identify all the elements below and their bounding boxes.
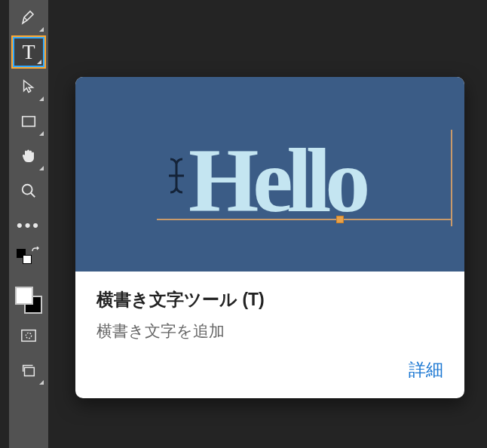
screenmode-tool[interactable] (12, 354, 45, 386)
default-swatches-button[interactable] (12, 246, 45, 279)
hand-tool[interactable] (12, 140, 45, 172)
flyout-indicator (39, 27, 44, 32)
foreground-color-swatch (15, 287, 33, 305)
zoom-tool[interactable] (12, 175, 45, 207)
ellipsis-icon: ••• (17, 216, 41, 235)
tooltip-preview: Hello (75, 77, 464, 272)
svg-line-2 (31, 193, 35, 198)
quickmask-tool[interactable] (12, 320, 45, 351)
screenmode-icon (20, 362, 37, 379)
foreground-background-colors[interactable] (12, 284, 45, 317)
vertical-toolbar: T ••• (9, 0, 48, 448)
type-caret-line (451, 130, 452, 226)
tooltip-link-row: 詳細 (75, 358, 464, 398)
quickmask-icon (20, 327, 37, 344)
type-center-handle (336, 216, 344, 223)
flyout-indicator (39, 97, 44, 101)
path-selection-tool[interactable] (12, 71, 45, 103)
svg-rect-3 (22, 330, 35, 342)
type-tool[interactable]: T (12, 36, 45, 68)
svg-point-4 (26, 333, 31, 338)
tooltip-description: 横書き文字を追加 (96, 321, 443, 342)
flyout-indicator (39, 380, 44, 385)
arrow-icon (20, 78, 37, 95)
swap-icon (31, 247, 43, 259)
flyout-indicator (39, 166, 44, 170)
flyout-indicator (37, 60, 41, 64)
rectangle-tool[interactable] (12, 106, 45, 137)
tooltip-body: 横書き文字ツール (T) 横書き文字を追加 (75, 272, 464, 358)
text-cursor-icon (164, 156, 188, 198)
learn-more-link[interactable]: 詳細 (409, 360, 443, 379)
tool-tooltip-card: Hello 横書き文字ツール (T) 横書き文字を追加 詳細 (75, 77, 464, 398)
more-tools[interactable]: ••• (12, 210, 45, 241)
svg-point-1 (23, 185, 32, 195)
rectangle-icon (20, 113, 37, 130)
type-baseline (157, 219, 451, 220)
pen-icon (20, 8, 38, 26)
tooltip-title: 横書き文字ツール (T) (96, 288, 443, 311)
type-icon: T (22, 40, 35, 64)
magnify-icon (20, 183, 37, 199)
svg-rect-5 (25, 367, 35, 376)
hand-icon (20, 147, 38, 165)
flyout-indicator (39, 131, 44, 136)
preview-hello-text: Hello (188, 136, 364, 226)
svg-rect-0 (23, 117, 35, 127)
pen-tool[interactable] (12, 2, 45, 33)
